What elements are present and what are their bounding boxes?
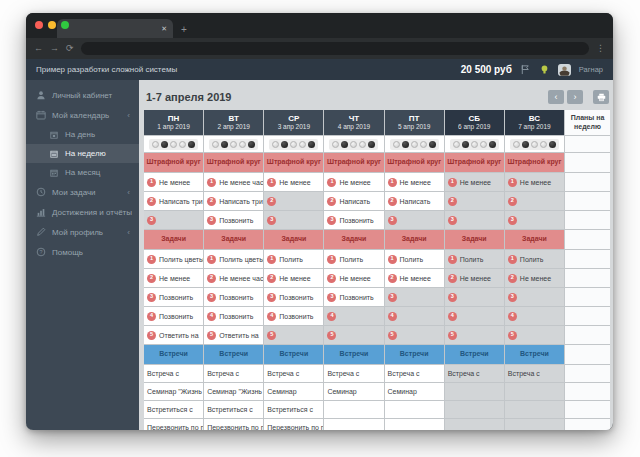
calendar-entry-cell[interactable] bbox=[445, 383, 504, 400]
back-icon[interactable]: ← bbox=[34, 44, 43, 53]
weekly-plans-cell[interactable] bbox=[565, 401, 610, 418]
calendar-entry-cell[interactable]: 5 bbox=[445, 326, 504, 344]
sidebar-item-мои-задачи[interactable]: Мои задачи‹ bbox=[26, 182, 139, 202]
calendar-entry-cell[interactable]: Перезвонить по по bbox=[264, 419, 323, 430]
calendar-entry-cell[interactable]: 4 bbox=[324, 307, 383, 325]
calendar-entry-cell[interactable]: 4Позвонить bbox=[144, 307, 203, 325]
calendar-entry-cell[interactable]: 2Не менее bbox=[144, 269, 203, 287]
calendar-entry-cell[interactable]: Перезвонить по по bbox=[144, 419, 203, 430]
weekly-plans-cell[interactable] bbox=[565, 269, 610, 287]
calendar-entry-cell[interactable]: Встреча с bbox=[505, 365, 564, 382]
new-tab-button[interactable]: + bbox=[181, 24, 187, 35]
sidebar-item-помощь[interactable]: ?Помощь bbox=[26, 242, 139, 262]
progress-dots-ЧТ[interactable] bbox=[324, 136, 383, 152]
calendar-entry-cell[interactable]: Встреча с bbox=[385, 365, 444, 382]
progress-dots-ПТ[interactable] bbox=[385, 136, 444, 152]
calendar-entry-cell[interactable]: 1Полить цветы bbox=[204, 250, 263, 268]
url-input[interactable] bbox=[81, 42, 589, 55]
progress-dots-СР[interactable] bbox=[264, 136, 323, 152]
calendar-entry-cell[interactable]: 1Полить bbox=[505, 250, 564, 268]
weekly-plans-cell[interactable] bbox=[565, 365, 610, 382]
calendar-entry-cell[interactable]: 3 bbox=[385, 288, 444, 306]
sidebar-item-достижения-и-отчёты[interactable]: Достижения и отчёты bbox=[26, 202, 139, 222]
progress-dots-СБ[interactable] bbox=[445, 136, 504, 152]
calendar-entry-cell[interactable]: 1Не менее bbox=[505, 173, 564, 191]
calendar-entry-cell[interactable]: Встреча с bbox=[324, 365, 383, 382]
calendar-entry-cell[interactable]: 5 bbox=[505, 326, 564, 344]
calendar-entry-cell[interactable]: Встреча с bbox=[445, 365, 504, 382]
sidebar-item-мой-календарь[interactable]: Мой календарь‹ bbox=[26, 105, 139, 125]
weekly-plans-cell[interactable] bbox=[565, 419, 610, 430]
browser-tab[interactable]: ✕ bbox=[57, 19, 173, 38]
calendar-entry-cell[interactable]: 5Ответить на bbox=[204, 326, 263, 344]
calendar-entry-cell[interactable]: Встретиться с bbox=[144, 401, 203, 418]
calendar-entry-cell[interactable]: 2Не менее bbox=[445, 269, 504, 287]
tab-close-icon[interactable]: ✕ bbox=[161, 25, 167, 32]
progress-dots-ВТ[interactable] bbox=[204, 136, 263, 152]
sidebar-item-мой-профиль[interactable]: Мой профиль‹ bbox=[26, 222, 139, 242]
calendar-entry-cell[interactable]: 2Написать три bbox=[204, 192, 263, 210]
weekly-plans-cell[interactable] bbox=[565, 250, 610, 268]
flag-icon[interactable] bbox=[520, 64, 531, 75]
reload-icon[interactable]: ⟳ bbox=[66, 44, 74, 53]
calendar-entry-cell[interactable]: 4 bbox=[445, 307, 504, 325]
calendar-entry-cell[interactable]: 2Не менее bbox=[264, 269, 323, 287]
next-week-button[interactable]: › bbox=[567, 90, 583, 104]
progress-dots-ПН[interactable] bbox=[144, 136, 203, 152]
calendar-entry-cell[interactable]: Встреча с bbox=[264, 365, 323, 382]
calendar-entry-cell[interactable]: 2Не менее bbox=[324, 269, 383, 287]
calendar-entry-cell[interactable]: Семинар bbox=[324, 383, 383, 400]
calendar-entry-cell[interactable]: 3Позвонить bbox=[144, 288, 203, 306]
calendar-entry-cell[interactable]: 3Позвонить bbox=[324, 288, 383, 306]
weekly-plans-cell[interactable] bbox=[565, 288, 610, 306]
weekly-plans-cell[interactable] bbox=[565, 383, 610, 400]
calendar-entry-cell[interactable]: Семинар "Жизнь bbox=[144, 383, 203, 400]
calendar-entry-cell[interactable]: 4Позвонить bbox=[204, 307, 263, 325]
progress-dots-ВС[interactable] bbox=[505, 136, 564, 152]
close-window-button[interactable] bbox=[35, 21, 43, 29]
calendar-entry-cell[interactable] bbox=[445, 401, 504, 418]
sidebar-item-личный-кабинет[interactable]: Личный кабинет bbox=[26, 85, 139, 105]
browser-menu-icon[interactable]: ⋮ bbox=[596, 44, 605, 53]
calendar-entry-cell[interactable]: 2Не менее bbox=[505, 269, 564, 287]
calendar-entry-cell[interactable]: Встретиться с bbox=[264, 401, 323, 418]
calendar-entry-cell[interactable] bbox=[385, 401, 444, 418]
calendar-entry-cell[interactable]: 4 bbox=[505, 307, 564, 325]
calendar-entry-cell[interactable] bbox=[505, 401, 564, 418]
calendar-entry-cell[interactable]: 1Не менее bbox=[385, 173, 444, 191]
calendar-entry-cell[interactable]: 1Полить bbox=[385, 250, 444, 268]
weekly-plans-cell[interactable] bbox=[565, 326, 610, 344]
calendar-entry-cell[interactable]: 5 bbox=[324, 326, 383, 344]
avatar[interactable] bbox=[558, 63, 571, 76]
window-controls[interactable] bbox=[35, 21, 69, 29]
calendar-entry-cell[interactable]: Семинар "Жизнь bbox=[204, 383, 263, 400]
calendar-entry-cell[interactable]: 4Позвонить bbox=[264, 307, 323, 325]
calendar-entry-cell[interactable] bbox=[505, 383, 564, 400]
calendar-entry-cell[interactable]: 1Полить цветы bbox=[144, 250, 203, 268]
sidebar-item-на-неделю[interactable]: На неделю bbox=[26, 144, 139, 163]
calendar-entry-cell[interactable]: 3 bbox=[445, 288, 504, 306]
calendar-entry-cell[interactable]: 3Позвонить bbox=[204, 211, 263, 229]
prev-week-button[interactable]: ‹ bbox=[548, 90, 564, 104]
print-button[interactable] bbox=[593, 90, 609, 104]
calendar-entry-cell[interactable]: 1Полить bbox=[445, 250, 504, 268]
weekly-plans-cell[interactable] bbox=[565, 173, 610, 191]
calendar-entry-cell[interactable]: 5 bbox=[385, 326, 444, 344]
calendar-entry-cell[interactable]: Встретиться с bbox=[204, 401, 263, 418]
calendar-entry-cell[interactable]: 1Не менее bbox=[445, 173, 504, 191]
weekly-plans-cell[interactable] bbox=[565, 307, 610, 325]
calendar-entry-cell[interactable]: 2Не менее часа bbox=[204, 269, 263, 287]
sidebar-item-на-день[interactable]: На день bbox=[26, 125, 139, 144]
minimize-window-button[interactable] bbox=[48, 21, 56, 29]
calendar-entry-cell[interactable]: 1Полить bbox=[264, 250, 323, 268]
calendar-entry-cell[interactable]: Перезвонить по по bbox=[204, 419, 263, 430]
calendar-entry-cell[interactable]: Семинар bbox=[385, 383, 444, 400]
maximize-window-button[interactable] bbox=[61, 21, 69, 29]
calendar-entry-cell[interactable]: 3 bbox=[385, 211, 444, 229]
sidebar-item-на-месяц[interactable]: На месяц bbox=[26, 163, 139, 182]
calendar-entry-cell[interactable]: 2Написать три bbox=[144, 192, 203, 210]
user-name[interactable]: Рагнар bbox=[579, 65, 603, 74]
calendar-entry-cell[interactable]: 1Не менее bbox=[144, 173, 203, 191]
calendar-entry-cell[interactable]: 2Не менее bbox=[385, 269, 444, 287]
weekly-plans-cell[interactable] bbox=[565, 192, 610, 210]
